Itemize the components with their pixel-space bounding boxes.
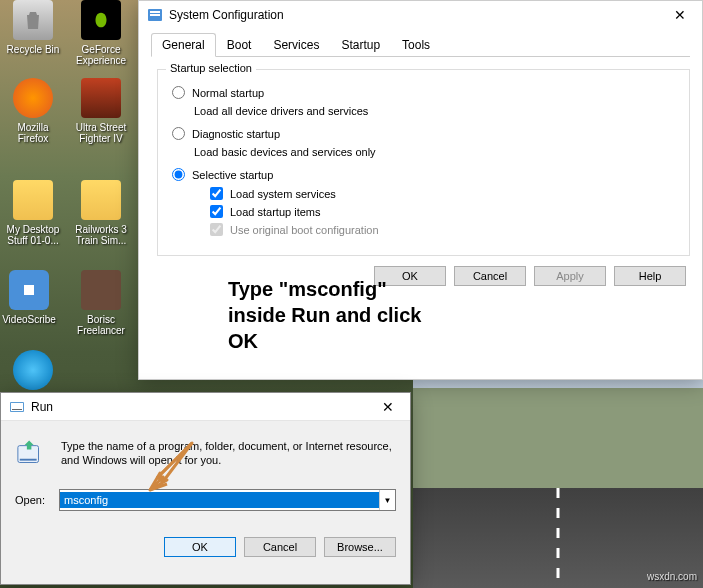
desktop-icon-label: Mozilla Firefox (4, 122, 62, 144)
app-icon (81, 270, 121, 310)
desktop-icon-folder2[interactable]: Railworks 3 Train Sim... (72, 180, 130, 246)
radio-input[interactable] (172, 127, 185, 140)
radio-label: Normal startup (192, 87, 264, 99)
check-label: Load startup items (230, 206, 321, 218)
svg-rect-2 (150, 14, 160, 16)
radio-normal-startup[interactable]: Normal startup (172, 86, 675, 99)
desktop-icon-fighter[interactable]: Ultra Street Fighter IV (72, 78, 130, 144)
desktop-icon-ie[interactable] (4, 350, 62, 394)
sysconfig-icon (147, 7, 163, 23)
desktop-icon-folder1[interactable]: My Desktop Stuff 01-0... (4, 180, 62, 246)
nvidia-icon (81, 0, 121, 40)
ie-icon (13, 350, 53, 390)
desktop-icon-label: Railworks 3 Train Sim... (72, 224, 130, 246)
window-title: Run (31, 400, 53, 414)
check-load-startup-items[interactable]: Load startup items (210, 205, 675, 218)
svg-rect-1 (150, 11, 160, 13)
run-dialog-icon (15, 439, 47, 471)
check-load-system-services[interactable]: Load system services (210, 187, 675, 200)
tab-boot[interactable]: Boot (216, 33, 263, 57)
annotation-line: OK (228, 328, 421, 354)
radio-input[interactable] (172, 86, 185, 99)
annotation-line: inside Run and click (228, 302, 421, 328)
videoscribe-icon (9, 270, 49, 310)
group-legend: Startup selection (166, 62, 256, 74)
svg-rect-5 (12, 409, 22, 410)
desktop-icon-videoscribe[interactable]: VideoScribe (0, 270, 58, 325)
desktop-icon-firefox[interactable]: Mozilla Firefox (4, 78, 62, 144)
annotation-line: Type "msconfig" (228, 276, 421, 302)
button-row: OK Cancel Browse... (15, 537, 396, 557)
run-titlebar-icon (9, 399, 25, 415)
close-button[interactable]: ✕ (660, 4, 700, 26)
radio-input[interactable] (172, 168, 185, 181)
normal-desc: Load all device drivers and services (194, 105, 675, 117)
checkbox-input (210, 223, 223, 236)
run-dialog: Run ✕ Type the name of a program, folder… (0, 392, 411, 585)
radio-selective-startup[interactable]: Selective startup (172, 168, 675, 181)
check-label: Load system services (230, 188, 336, 200)
recycle-bin-icon (13, 0, 53, 40)
open-input[interactable] (60, 492, 379, 508)
desktop-icon-label: GeForce Experience (72, 44, 130, 66)
check-label: Use original boot configuration (230, 224, 379, 236)
desktop-icon-label: Ultra Street Fighter IV (72, 122, 130, 144)
check-original-boot-config: Use original boot configuration (210, 223, 675, 236)
desktop-icon-label: My Desktop Stuff 01-0... (4, 224, 62, 246)
checkbox-input[interactable] (210, 205, 223, 218)
folder-icon (13, 180, 53, 220)
desktop-icon-geforce[interactable]: GeForce Experience (72, 0, 130, 66)
window-title: System Configuration (169, 8, 284, 22)
radio-diagnostic-startup[interactable]: Diagnostic startup (172, 127, 675, 140)
game-icon (81, 78, 121, 118)
titlebar[interactable]: Run ✕ (1, 393, 410, 421)
open-combobox[interactable]: ▼ (59, 489, 396, 511)
apply-button[interactable]: Apply (534, 266, 606, 286)
diagnostic-desc: Load basic devices and services only (194, 146, 675, 158)
watermark: wsxdn.com (647, 571, 697, 582)
radio-label: Selective startup (192, 169, 273, 181)
dropdown-arrow-icon[interactable]: ▼ (379, 490, 395, 510)
startup-selection-group: Startup selection Normal startup Load al… (157, 69, 690, 256)
desktop-icon-borisc[interactable]: Borisc Freelancer (72, 270, 130, 336)
run-description: Type the name of a program, folder, docu… (61, 439, 396, 471)
desktop-icon-label: VideoScribe (0, 314, 58, 325)
ok-button[interactable]: OK (164, 537, 236, 557)
svg-rect-7 (20, 459, 37, 461)
desktop-icon-recycle-bin[interactable]: Recycle Bin (4, 0, 62, 55)
tab-general[interactable]: General (151, 33, 216, 57)
close-button[interactable]: ✕ (368, 396, 408, 418)
firefox-icon (13, 78, 53, 118)
help-button[interactable]: Help (614, 266, 686, 286)
checkbox-input[interactable] (210, 187, 223, 200)
tab-startup[interactable]: Startup (330, 33, 391, 57)
open-label: Open: (15, 494, 47, 506)
radio-label: Diagnostic startup (192, 128, 280, 140)
desktop-icon-label: Borisc Freelancer (72, 314, 130, 336)
cancel-button[interactable]: Cancel (244, 537, 316, 557)
cancel-button[interactable]: Cancel (454, 266, 526, 286)
desktop-icon-label: Recycle Bin (4, 44, 62, 55)
tab-services[interactable]: Services (262, 33, 330, 57)
folder-icon (81, 180, 121, 220)
instruction-annotation: Type "msconfig" inside Run and click OK (228, 276, 421, 354)
tab-strip: General Boot Services Startup Tools (151, 33, 690, 57)
titlebar[interactable]: System Configuration ✕ (139, 1, 702, 29)
browse-button[interactable]: Browse... (324, 537, 396, 557)
tab-tools[interactable]: Tools (391, 33, 441, 57)
